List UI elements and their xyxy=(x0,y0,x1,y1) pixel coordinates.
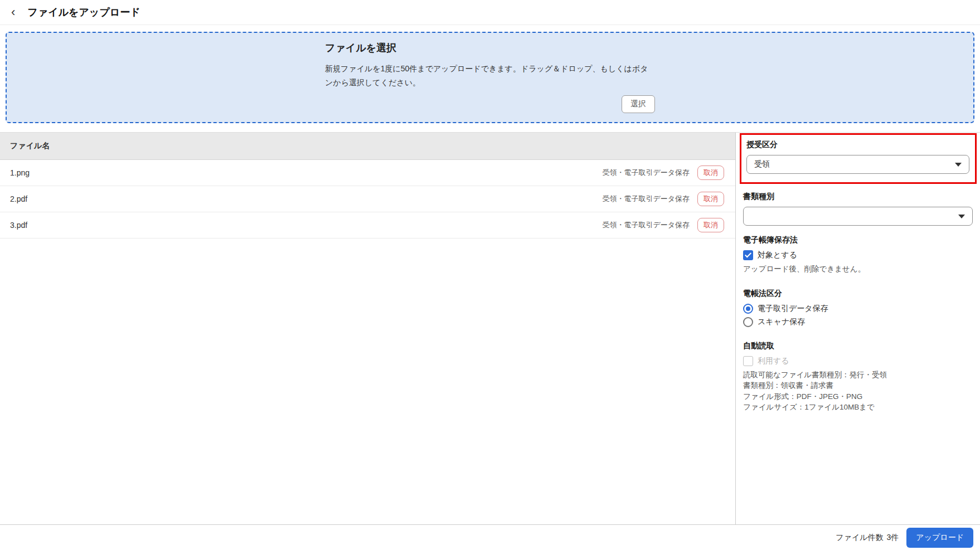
file-storage-tag: 受領・電子取引データ保存 xyxy=(602,168,690,178)
table-row: 2.pdf 受領・電子取引データ保存 取消 xyxy=(0,186,735,212)
chevron-down-icon xyxy=(958,215,965,218)
file-count: ファイル件数 3件 xyxy=(836,533,899,543)
file-name: 2.pdf xyxy=(10,194,602,203)
document-type-section: 書類種別 xyxy=(743,192,973,226)
dropzone-content: ファイルを選択 新規ファイルを1度に50件までアップロードできます。ドラッグ＆ド… xyxy=(325,41,655,113)
transfer-type-value: 受領 xyxy=(754,159,770,169)
cancel-file-button[interactable]: 取消 xyxy=(697,218,724,232)
cancel-file-button[interactable]: 取消 xyxy=(697,192,724,206)
file-name: 1.png xyxy=(10,168,602,177)
auto-read-checkbox-label: 利用する xyxy=(758,356,789,366)
table-row: 3.pdf 受領・電子取引データ保存 取消 xyxy=(0,212,735,239)
file-list-panel: ファイル名 1.png 受領・電子取引データ保存 取消 2.pdf 受領・電子取… xyxy=(0,133,736,524)
e-books-law-checkbox-label: 対象とする xyxy=(758,250,797,260)
settings-sidebar: 授受区分 受領 書類種別 電子帳簿保存法 対象とする xyxy=(736,133,980,524)
dropzone-description: 新規ファイルを1度に50件までアップロードできます。ドラッグ＆ドロップ、もしくは… xyxy=(325,62,655,90)
file-name: 3.pdf xyxy=(10,221,602,230)
page-title: ファイルをアップロード xyxy=(27,6,140,19)
transfer-type-label: 授受区分 xyxy=(746,140,969,150)
upload-button[interactable]: アップロード xyxy=(906,528,973,548)
upload-page: ‹ ファイルをアップロード ファイルを選択 新規ファイルを1度に50件までアップ… xyxy=(0,0,980,550)
auto-read-note: ファイル形式：PDF・JPEG・PNG xyxy=(743,391,973,402)
auto-read-note: ファイルサイズ：1ファイル10MBまで xyxy=(743,402,973,413)
auto-read-checkbox xyxy=(743,356,753,366)
file-select-button[interactable]: 選択 xyxy=(622,95,655,113)
chevron-down-icon xyxy=(955,163,962,167)
table-row: 1.png 受領・電子取引データ保存 取消 xyxy=(0,160,735,186)
file-count-label: ファイル件数 xyxy=(836,533,883,543)
file-storage-tag: 受領・電子取引データ保存 xyxy=(602,194,690,204)
law-category-section: 電帳法区分 電子取引データ保存 スキャナ保存 xyxy=(743,289,973,327)
e-books-law-checkbox[interactable] xyxy=(743,250,753,260)
radio-electronic-transaction[interactable] xyxy=(743,304,753,314)
document-type-label: 書類種別 xyxy=(743,192,973,202)
file-dropzone[interactable]: ファイルを選択 新規ファイルを1度に50件までアップロードできます。ドラッグ＆ド… xyxy=(6,32,974,123)
file-count-value: 3件 xyxy=(887,533,899,543)
document-type-select[interactable] xyxy=(743,207,973,226)
dropzone-title: ファイルを選択 xyxy=(325,41,655,55)
radio-scanner-save-label: スキャナ保存 xyxy=(758,317,805,327)
auto-read-label: 自動読取 xyxy=(743,341,973,351)
radio-electronic-transaction-label: 電子取引データ保存 xyxy=(758,304,828,314)
file-table-header: ファイル名 xyxy=(0,133,735,160)
content-area: ファイル名 1.png 受領・電子取引データ保存 取消 2.pdf 受領・電子取… xyxy=(0,132,980,524)
back-icon[interactable]: ‹ xyxy=(11,6,15,18)
e-books-law-section: 電子帳簿保存法 対象とする アップロード後、削除できません。 xyxy=(743,235,973,275)
radio-scanner-save[interactable] xyxy=(743,317,753,327)
transfer-type-select[interactable]: 受領 xyxy=(746,155,969,174)
highlight-box-transfer-type: 授受区分 受領 xyxy=(740,133,977,184)
page-header: ‹ ファイルをアップロード xyxy=(0,0,980,25)
auto-read-section: 自動読取 利用する 読取可能なファイル書類種別：発行・受領 書類種別：領収書・請… xyxy=(743,341,973,413)
e-books-law-label: 電子帳簿保存法 xyxy=(743,235,973,245)
law-category-label: 電帳法区分 xyxy=(743,289,973,299)
cancel-file-button[interactable]: 取消 xyxy=(697,166,724,180)
auto-read-note: 読取可能なファイル書類種別：発行・受領 xyxy=(743,369,973,381)
e-books-law-note: アップロード後、削除できません。 xyxy=(743,264,973,275)
footer-bar: ファイル件数 3件 アップロード xyxy=(0,524,980,550)
file-storage-tag: 受領・電子取引データ保存 xyxy=(602,220,690,230)
auto-read-note: 書類種別：領収書・請求書 xyxy=(743,380,973,391)
